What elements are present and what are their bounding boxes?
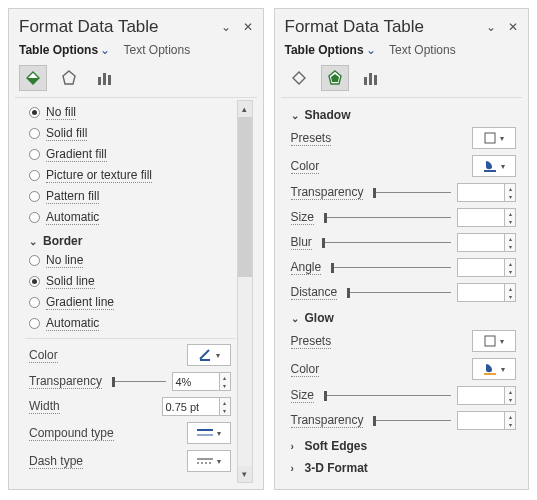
format-pane-left: Format Data Table ⌄ ✕ Table Options⌄ Tex… [8,8,264,490]
tab-table-options[interactable]: Table Options [285,43,364,57]
shadow-angle-slider[interactable] [327,265,451,271]
shadow-size-label: Size [291,210,314,225]
pane-title: Format Data Table [285,17,425,37]
fill-option-pattern[interactable]: Pattern fill [29,186,231,207]
format-pane-right: Format Data Table ⌄ ✕ Table Options⌄ Tex… [274,8,530,490]
svg-rect-13 [374,75,377,85]
effects-icon[interactable] [321,65,349,91]
shadow-presets-combo[interactable]: ▾ [472,127,516,149]
shadow-distance-slider[interactable] [343,290,451,296]
section-glow[interactable]: ⌄Glow [291,305,517,327]
tab-caret-icon[interactable]: ⌄ [366,43,376,57]
glow-size-label: Size [291,388,314,403]
spinner[interactable]: ▴▾ [505,183,516,202]
pane-header: Format Data Table ⌄ ✕ [285,15,519,41]
fill-line-icon[interactable] [19,65,47,91]
svg-rect-15 [484,170,496,172]
svg-rect-4 [200,359,210,361]
fill-option-picture[interactable]: Picture or texture fill [29,165,231,186]
fill-option-nofill[interactable]: No fill [29,102,231,123]
glow-color-picker[interactable]: ▾ [472,358,516,380]
category-icons [19,63,253,97]
width-spinner[interactable]: ▴▾ [220,397,231,416]
svg-rect-2 [103,73,106,85]
spinner[interactable]: ▴▾ [505,411,516,430]
shadow-transparency-slider[interactable] [369,190,451,196]
dash-combo[interactable]: ▾ [187,450,231,472]
close-icon[interactable]: ✕ [508,20,518,34]
glow-transparency-field[interactable] [457,411,505,430]
shadow-color-picker[interactable]: ▾ [472,155,516,177]
svg-rect-16 [485,336,495,346]
scroll-down-button[interactable]: ▾ [238,466,252,482]
section-border[interactable]: ⌄Border [29,228,231,250]
glow-presets-label: Presets [291,334,332,349]
shadow-blur-slider[interactable] [318,240,451,246]
width-label: Width [29,399,60,414]
svg-rect-3 [108,75,111,85]
shadow-angle-label: Angle [291,260,322,275]
transparency-label: Transparency [29,374,102,389]
spinner[interactable]: ▴▾ [505,283,516,302]
svg-rect-1 [98,77,101,85]
size-properties-icon[interactable] [91,65,119,91]
size-properties-icon[interactable] [357,65,385,91]
glow-size-slider[interactable] [320,393,451,399]
dash-label: Dash type [29,454,83,469]
glow-presets-combo[interactable]: ▾ [472,330,516,352]
fill-line-icon[interactable] [285,65,313,91]
scroll-thumb[interactable] [238,117,252,277]
tab-text-options[interactable]: Text Options [123,43,190,57]
compound-label: Compound type [29,426,114,441]
shadow-transparency-field[interactable] [457,183,505,202]
spinner[interactable]: ▴▾ [505,386,516,405]
tab-text-options[interactable]: Text Options [389,43,456,57]
fill-option-solid[interactable]: Solid fill [29,123,231,144]
shadow-blur-field[interactable] [457,233,505,252]
close-icon[interactable]: ✕ [243,20,253,34]
compound-combo[interactable]: ▾ [187,422,231,444]
scroll-up-button[interactable]: ▴ [238,101,252,117]
section-shadow[interactable]: ⌄Shadow [291,102,517,124]
border-option-gradient[interactable]: Gradient line [29,292,231,313]
spinner[interactable]: ▴▾ [505,233,516,252]
glow-color-label: Color [291,362,320,377]
spinner[interactable]: ▴▾ [505,258,516,277]
collapse-icon[interactable]: ⌄ [486,20,496,34]
shadow-transparency-label: Transparency [291,185,364,200]
transparency-field[interactable]: 4% [172,372,220,391]
svg-marker-0 [63,71,75,84]
shadow-distance-field[interactable] [457,283,505,302]
transparency-spinner[interactable]: ▴▾ [220,372,231,391]
border-option-auto[interactable]: Automatic [29,313,231,334]
svg-rect-14 [485,133,495,143]
section-soft-edges[interactable]: ›Soft Edges [291,433,517,455]
pane-title: Format Data Table [19,17,159,37]
fill-option-gradient[interactable]: Gradient fill [29,144,231,165]
pane-header: Format Data Table ⌄ ✕ [19,15,253,41]
glow-size-field[interactable] [457,386,505,405]
tab-caret-icon[interactable]: ⌄ [100,43,110,57]
shadow-blur-label: Blur [291,235,312,250]
options-content: ⌄Shadow Presets ▾ Color ▾ Transparency▴▾… [285,100,519,483]
glow-transparency-slider[interactable] [369,418,451,424]
width-field[interactable]: 0.75 pt [162,397,220,416]
shadow-size-slider[interactable] [320,215,451,221]
transparency-slider[interactable] [108,379,166,385]
svg-rect-11 [364,77,367,85]
options-content: No fill Solid fill Gradient fill Picture… [19,100,237,483]
shadow-angle-field[interactable] [457,258,505,277]
effects-icon[interactable] [55,65,83,91]
color-label: Color [29,348,58,363]
shadow-size-field[interactable] [457,208,505,227]
tab-table-options[interactable]: Table Options [19,43,98,57]
color-picker[interactable]: ▾ [187,344,231,366]
border-option-solid[interactable]: Solid line [29,271,231,292]
scrollbar[interactable]: ▴ ▾ [237,100,253,483]
fill-option-auto[interactable]: Automatic [29,207,231,228]
spinner[interactable]: ▴▾ [505,208,516,227]
collapse-icon[interactable]: ⌄ [221,20,231,34]
tabs-row: Table Options⌄ Text Options [285,41,519,63]
border-option-noline[interactable]: No line [29,250,231,271]
section-3d-format[interactable]: ›3-D Format [291,455,517,477]
